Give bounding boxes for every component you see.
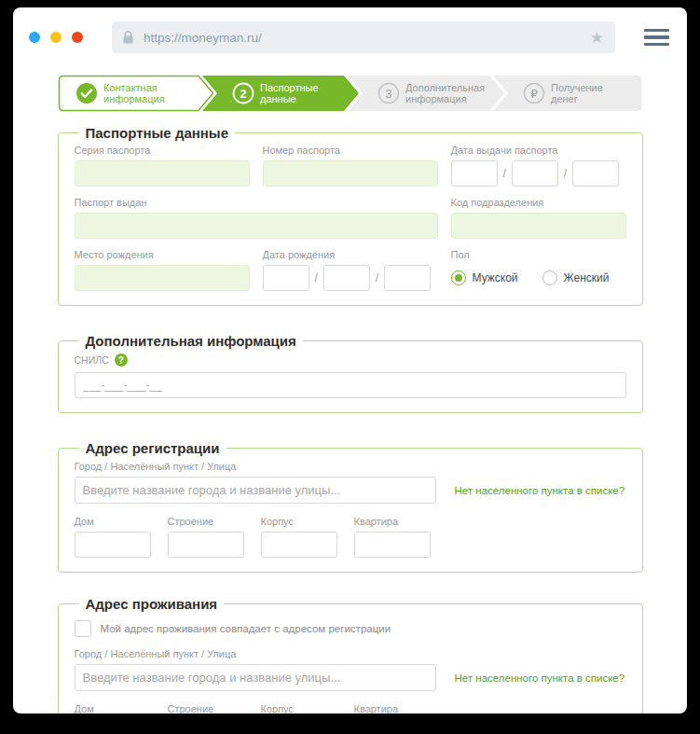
date-separator: /: [564, 167, 567, 180]
step-label-line: информация: [405, 93, 467, 104]
section-title: Адрес регистрации: [79, 440, 226, 456]
date-separator: /: [376, 271, 378, 284]
birth-day-input[interactable]: [263, 265, 309, 291]
step-label-line: Дополнительная: [405, 82, 485, 93]
building-label: Строение: [168, 703, 244, 713]
step-label-line: Получение: [551, 82, 603, 93]
step-wizard: Контактная информация 2 Паспортные данны…: [58, 75, 643, 116]
house-label: Дом: [75, 516, 151, 527]
reg-flat-input[interactable]: [354, 532, 431, 558]
radio-male-checked[interactable]: [451, 270, 466, 285]
window-control-red-dot[interactable]: [72, 32, 83, 43]
live-no-city-link[interactable]: Нет населенного пункта в списке?: [455, 672, 625, 684]
reg-korpus-field: Корпус: [261, 516, 337, 558]
reg-house-field: Дом: [75, 516, 151, 558]
section-title: Паспортные данные: [79, 125, 236, 141]
step-contact-info[interactable]: Контактная информация: [59, 76, 213, 111]
gender-male-option[interactable]: Мужской: [451, 270, 518, 285]
passport-number-field: Номер паспорта: [263, 145, 438, 187]
building-label: Строение: [168, 516, 244, 527]
hamburger-menu-icon[interactable]: [644, 27, 669, 48]
step-done-badge: [76, 83, 97, 104]
date-separator: /: [503, 167, 506, 180]
additional-info-section: Дополнительная информация СНИЛС ?: [58, 333, 643, 413]
window-control-blue-dot[interactable]: [29, 32, 40, 43]
step-number: 2: [240, 88, 246, 101]
issue-month-input[interactable]: [512, 160, 558, 187]
birth-place-label: Место рождения: [75, 249, 250, 260]
step-receive-money: ₽ Получение денег: [493, 76, 642, 111]
step-label-line: данные: [260, 93, 296, 104]
same-address-option[interactable]: Мой адрес проживания совпадает с адресом…: [75, 620, 626, 637]
gender-male-label: Мужской: [473, 271, 518, 284]
live-house-field: Дом: [75, 703, 151, 713]
step-label-line: информация: [103, 93, 165, 104]
reg-korpus-input[interactable]: [261, 532, 337, 558]
lock-icon: [123, 31, 133, 44]
house-label: Дом: [75, 703, 151, 713]
ruble-icon: ₽: [530, 88, 538, 101]
live-city-input[interactable]: [75, 664, 436, 691]
passport-issue-date-label: Дата выдачи паспорта: [451, 145, 626, 156]
bookmark-star-icon[interactable]: ★: [590, 30, 604, 46]
same-address-label: Мой адрес проживания совпадает с адресом…: [101, 623, 391, 634]
passport-number-input[interactable]: [263, 160, 438, 187]
reg-city-input[interactable]: [75, 477, 436, 504]
reg-house-input[interactable]: [75, 532, 151, 558]
step-label-line: Контактная: [103, 82, 158, 93]
gender-female-label: Женский: [564, 271, 610, 284]
live-flat-field: Квартира: [354, 703, 431, 713]
birth-date-field: Дата рождения / /: [263, 249, 438, 291]
radio-female-unchecked[interactable]: [542, 270, 557, 285]
division-code-label: Код подразделения: [451, 197, 626, 208]
birth-place-field: Место рождения: [75, 249, 250, 291]
snils-input[interactable]: [75, 372, 626, 398]
korpus-label: Корпус: [261, 703, 337, 713]
live-city-label: Город / Населённый пункт / Улица: [75, 648, 626, 659]
reg-building-field: Строение: [168, 516, 244, 558]
korpus-label: Корпус: [261, 516, 337, 527]
birth-year-input[interactable]: [384, 265, 431, 291]
reg-building-input[interactable]: [168, 532, 244, 558]
passport-series-input[interactable]: [75, 160, 250, 187]
url-text: https://moneyman.ru/: [144, 31, 590, 45]
passport-issued-by-field: Паспорт выдан: [75, 197, 438, 239]
window-control-yellow-dot[interactable]: [50, 32, 62, 43]
issue-year-input[interactable]: [572, 160, 619, 187]
same-address-checkbox-unchecked[interactable]: [75, 620, 91, 637]
reg-no-city-link[interactable]: Нет населенного пункта в списке?: [455, 485, 625, 496]
issue-day-input[interactable]: [451, 160, 498, 187]
step-label-line: денег: [551, 93, 578, 104]
browser-window: https://moneyman.ru/ ★ Контактная информ…: [13, 7, 687, 713]
passport-issued-by-label: Паспорт выдан: [75, 197, 438, 208]
division-code-input[interactable]: [451, 213, 626, 239]
help-icon[interactable]: ?: [115, 353, 128, 367]
window-controls: [29, 32, 83, 43]
snils-label: СНИЛС: [75, 354, 109, 366]
gender-label: Пол: [451, 249, 626, 260]
reg-flat-field: Квартира: [354, 516, 431, 558]
step-number: 3: [385, 88, 391, 101]
date-separator: /: [315, 271, 318, 284]
live-building-field: Строение: [168, 703, 244, 713]
step-additional-info: 3 Дополнительная информация: [348, 76, 504, 111]
passport-data-section: Паспортные данные Серия паспорта Номер п…: [58, 125, 643, 306]
gender-field: Пол Мужской Женский: [451, 249, 626, 291]
gender-female-option[interactable]: Женский: [542, 270, 610, 285]
passport-series-label: Серия паспорта: [75, 145, 250, 156]
address-bar[interactable]: https://moneyman.ru/ ★: [112, 21, 615, 53]
passport-issued-by-input[interactable]: [75, 213, 438, 239]
birth-month-input[interactable]: [323, 265, 370, 291]
section-title: Адрес проживания: [79, 596, 225, 612]
section-title: Дополнительная информация: [79, 333, 303, 349]
residence-address-section: Адрес проживания Мой адрес проживания со…: [58, 596, 643, 713]
reg-city-label: Город / Населённый пункт / Улица: [75, 461, 626, 472]
step-label-line: Паспортные: [260, 82, 319, 93]
step-passport-data[interactable]: 2 Паспортные данные: [202, 76, 359, 111]
flat-label: Квартира: [354, 703, 431, 713]
birth-place-input[interactable]: [75, 265, 250, 291]
flat-label: Квартира: [354, 516, 431, 527]
birth-date-label: Дата рождения: [263, 249, 438, 260]
passport-number-label: Номер паспорта: [263, 145, 438, 156]
live-korpus-field: Корпус: [261, 703, 337, 713]
